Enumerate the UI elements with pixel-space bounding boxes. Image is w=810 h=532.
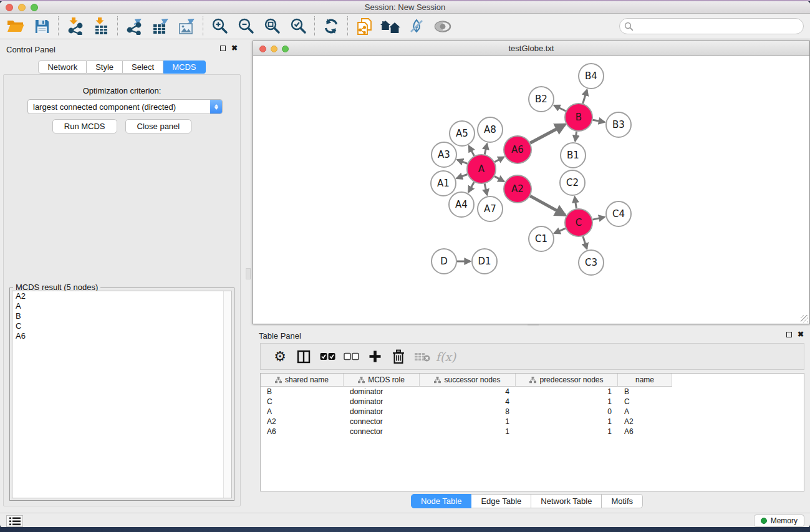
table-cell[interactable]: 1 xyxy=(516,387,618,397)
mcds-result-item[interactable]: A2 xyxy=(12,291,231,301)
graph-node-A5[interactable]: A5 xyxy=(450,121,475,146)
zoom-out-button[interactable] xyxy=(233,15,259,37)
graph-edge-A-A6[interactable] xyxy=(494,157,504,162)
add-column-button[interactable] xyxy=(363,346,387,367)
graph-node-C1[interactable]: C1 xyxy=(529,226,554,251)
toggle-panels-button[interactable] xyxy=(292,346,316,367)
graph-edge-A-A4[interactable] xyxy=(468,182,474,192)
zoom-selected-button[interactable] xyxy=(285,15,311,37)
apply-layout-button[interactable] xyxy=(318,15,344,37)
graph-edge-B-B3[interactable] xyxy=(593,120,605,122)
delete-table-button[interactable] xyxy=(410,346,434,367)
table-settings-button[interactable]: ⚙ xyxy=(268,346,292,367)
minimize-window-button[interactable] xyxy=(18,4,26,11)
table-cell[interactable]: B xyxy=(618,387,672,397)
column-header[interactable]: MCDS role xyxy=(344,374,420,387)
graph-edge-A-A5[interactable] xyxy=(469,146,475,156)
close-panel-icon[interactable]: ✖ xyxy=(231,45,238,51)
export-image-button[interactable] xyxy=(173,15,200,37)
export-network-button[interactable] xyxy=(121,15,147,37)
table-cell[interactable]: connector xyxy=(344,417,420,427)
function-builder-button[interactable]: f(x) xyxy=(434,346,458,367)
table-row[interactable]: Bdominator41B xyxy=(261,387,804,397)
memory-button[interactable]: Memory xyxy=(754,515,804,527)
graph-node-B1[interactable]: B1 xyxy=(561,143,586,168)
export-table-button[interactable] xyxy=(147,15,173,37)
zoom-window-button[interactable] xyxy=(282,46,289,52)
tab-edge-table[interactable]: Edge Table xyxy=(471,494,531,508)
table-cell[interactable]: 1 xyxy=(516,427,618,437)
float-panel-icon[interactable] xyxy=(786,332,792,337)
tab-node-table[interactable]: Node Table xyxy=(411,494,472,508)
graph-node-A6[interactable]: A6 xyxy=(504,136,531,163)
mcds-result-item[interactable]: A xyxy=(12,301,231,311)
graph-node-D1[interactable]: D1 xyxy=(472,249,497,274)
graph-edge-C-C3[interactable] xyxy=(583,236,587,249)
graph-edge-A-A3[interactable] xyxy=(458,160,468,163)
close-window-button[interactable] xyxy=(259,46,266,52)
graph-node-A4[interactable]: A4 xyxy=(449,192,474,217)
show-hide-button[interactable] xyxy=(430,15,456,37)
resize-grip-icon[interactable] xyxy=(801,315,808,322)
table-cell[interactable]: 1 xyxy=(420,427,516,437)
graph-edge-C-C2[interactable] xyxy=(575,197,577,209)
table-row[interactable]: A2connector11A2 xyxy=(261,417,804,427)
minimize-window-button[interactable] xyxy=(271,46,277,52)
optimization-criterion-select[interactable]: largest connected component (directed) xyxy=(27,99,223,114)
table-cell[interactable]: dominator xyxy=(344,387,420,397)
zoom-fit-button[interactable] xyxy=(259,15,285,37)
import-network-button[interactable] xyxy=(62,15,88,37)
graph-edge-A-A7[interactable] xyxy=(485,183,487,195)
vertical-splitter-grip[interactable] xyxy=(246,268,251,279)
table-cell[interactable]: 8 xyxy=(420,407,516,417)
table-cell[interactable]: A2 xyxy=(261,417,344,427)
graph-edge-B-B4[interactable] xyxy=(583,90,587,104)
close-window-button[interactable] xyxy=(6,4,13,11)
table-cell[interactable]: dominator xyxy=(344,397,420,407)
graph-node-C3[interactable]: C3 xyxy=(579,250,604,275)
graph-node-C2[interactable]: C2 xyxy=(560,170,585,195)
graph-edge-C-C1[interactable] xyxy=(554,228,566,233)
graph-edge-C-C4[interactable] xyxy=(593,217,605,220)
table-cell[interactable]: dominator xyxy=(344,407,420,417)
graph-edge-A2-C[interactable] xyxy=(530,196,565,215)
close-panel-button[interactable]: Close panel xyxy=(125,119,192,133)
table-cell[interactable]: 4 xyxy=(420,397,516,407)
reset-view-button[interactable] xyxy=(377,15,403,37)
graph-edge-A6-B[interactable] xyxy=(530,125,565,143)
tab-mcds[interactable]: MCDS xyxy=(163,60,205,74)
search-input[interactable] xyxy=(634,20,803,32)
table-cell[interactable]: connector xyxy=(344,427,420,437)
zoom-in-button[interactable] xyxy=(206,15,233,37)
tab-network[interactable]: Network xyxy=(38,60,87,74)
close-panel-icon[interactable]: ✖ xyxy=(798,331,804,337)
table-cell[interactable]: C xyxy=(618,397,672,407)
open-session-button[interactable] xyxy=(2,15,29,37)
table-cell[interactable]: 0 xyxy=(516,407,618,417)
graph-node-A3[interactable]: A3 xyxy=(432,142,456,167)
mcds-result-item[interactable]: A6 xyxy=(12,331,231,341)
mcds-result-item[interactable]: B xyxy=(12,311,231,321)
delete-columns-button[interactable] xyxy=(387,346,410,367)
table-cell[interactable]: 1 xyxy=(420,417,516,427)
tab-select[interactable]: Select xyxy=(123,60,163,74)
graph-node-A2[interactable]: A2 xyxy=(504,175,531,203)
graphics-details-button[interactable] xyxy=(403,15,430,37)
table-cell[interactable]: A6 xyxy=(261,427,344,437)
table-row[interactable]: A6connector11A6 xyxy=(261,427,804,437)
graph-node-B4[interactable]: B4 xyxy=(579,64,604,89)
graph-node-B3[interactable]: B3 xyxy=(606,112,631,137)
graph-node-A[interactable]: A xyxy=(467,155,496,183)
column-header[interactable]: shared name xyxy=(261,374,344,387)
zoom-window-button[interactable] xyxy=(31,4,38,11)
graph-node-C[interactable]: C xyxy=(565,209,592,236)
table-cell[interactable]: C xyxy=(261,397,344,407)
run-mcds-button[interactable]: Run MCDS xyxy=(52,119,117,133)
mcds-result-list[interactable]: A2ABCA6 xyxy=(12,291,232,498)
column-header[interactable]: predecessor nodes xyxy=(516,374,618,387)
save-session-button[interactable] xyxy=(29,15,55,37)
import-table-button[interactable] xyxy=(88,15,114,37)
graph-edge-A-A8[interactable] xyxy=(485,144,487,155)
table-cell[interactable]: A xyxy=(261,407,344,417)
graph-edge-B-B1[interactable] xyxy=(575,132,576,141)
